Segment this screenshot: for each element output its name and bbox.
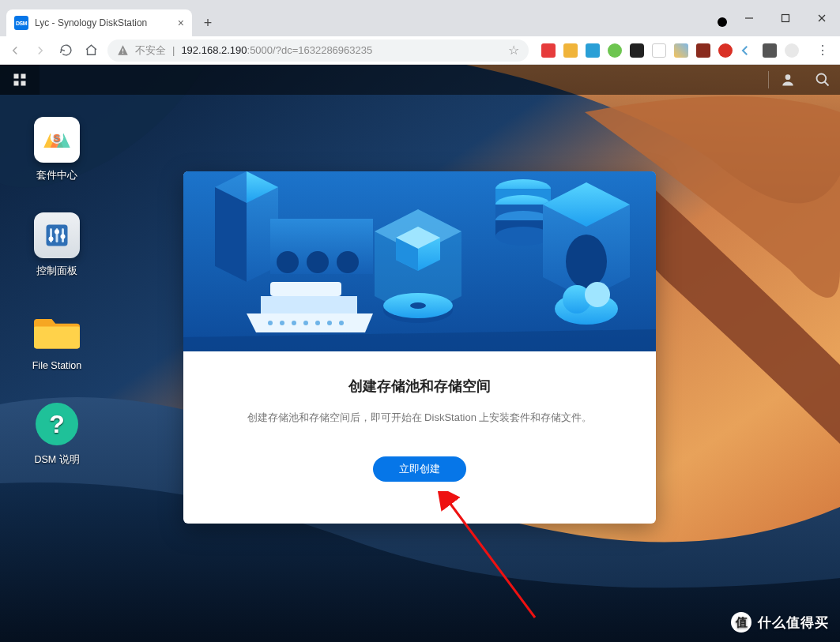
svg-point-41 [327,321,332,325]
tab-close-button[interactable]: × [178,17,184,29]
shortcut-label: 套件中心 [36,169,77,182]
svg-point-11 [785,74,791,80]
tab-title: Lyc - Synology DiskStation [35,17,171,28]
create-now-button[interactable]: 立即创建 [373,456,466,482]
window-controls [731,0,840,36]
extension-icon[interactable] [586,43,600,58]
svg-text:?: ? [49,410,65,438]
profile-avatar[interactable] [785,43,799,58]
extensions-menu-icon[interactable] [763,43,777,58]
window-minimize-button[interactable] [731,0,767,36]
svg-point-63 [585,282,610,307]
extension-icon[interactable] [541,43,556,58]
svg-point-40 [315,321,320,325]
svg-marker-33 [247,313,373,332]
svg-point-21 [55,230,59,235]
extension-icon[interactable] [630,43,644,58]
address-bar[interactable]: 不安全 | 192.168.2.190:5000/?dc=16322869632… [107,39,529,62]
extension-icons [537,43,804,58]
modal-title: 创建存储池和存储空间 [207,377,632,396]
svg-point-36 [268,321,273,325]
shortcut-file-station[interactable]: File Station [19,308,95,371]
security-label: 不安全 [135,43,166,58]
shortcut-dsm-help[interactable]: ? DSM 说明 [19,401,95,467]
extension-icon[interactable] [608,43,622,58]
nav-forward-button[interactable] [32,42,49,59]
dsm-main-menu-button[interactable] [0,65,40,95]
tab-favicon: DSM [14,16,28,30]
svg-point-50 [410,302,426,309]
create-storage-modal: 创建存储池和存储空间 创建存储池和存储空间后，即可开始在 DiskStation… [183,171,656,524]
shortcut-package-center[interactable]: S 套件中心 [19,117,95,182]
browser-tab-row: DSM Lyc - Synology DiskStation × + [0,0,840,36]
app-indicator-dot [718,17,727,27]
window-close-button[interactable] [804,0,840,36]
svg-point-57 [495,227,551,246]
nav-home-button[interactable] [82,42,100,59]
url-port: :5000 [247,44,273,56]
dsm-desktop: S 套件中心 控制面板 File Station ? DSM 说明 [0,65,840,642]
desktop-shortcuts: S 套件中心 控制面板 File Station ? DSM 说明 [19,117,95,467]
svg-rect-4 [122,49,123,52]
browser-menu-button[interactable]: ⋮ [812,43,834,58]
svg-marker-27 [215,187,247,282]
bookmark-star-icon[interactable]: ☆ [508,43,519,58]
svg-point-39 [303,321,308,325]
browser-tab[interactable]: DSM Lyc - Synology DiskStation × [6,9,192,36]
svg-line-13 [825,82,829,86]
browser-toolbar: 不安全 | 192.168.2.190:5000/?dc=16322869632… [0,36,840,65]
svg-point-32 [337,251,359,273]
svg-marker-34 [261,296,357,313]
extension-icon[interactable] [718,43,733,58]
shortcut-label: 控制面板 [36,265,77,278]
svg-point-37 [280,321,284,325]
extension-icon[interactable] [740,43,755,58]
svg-rect-7 [14,74,19,79]
url-separator: | [172,44,175,56]
svg-rect-35 [270,282,341,296]
extension-icon[interactable] [696,43,710,58]
modal-hero-illustration [183,171,656,351]
svg-text:S: S [54,132,61,144]
watermark-text: 什么值得买 [758,614,829,632]
nav-reload-button[interactable] [57,42,74,59]
svg-rect-8 [21,74,26,79]
svg-point-38 [292,321,296,325]
watermark-badge: 值 [731,612,751,633]
shortcut-label: File Station [32,360,82,371]
shortcut-control-panel[interactable]: 控制面板 [19,212,95,278]
svg-rect-10 [21,81,26,86]
svg-point-42 [339,321,344,325]
svg-point-30 [277,251,299,273]
svg-rect-5 [122,53,123,54]
svg-point-12 [817,74,827,84]
url-path: /?dc=1632286963235 [273,44,372,56]
svg-point-22 [61,235,66,239]
svg-point-31 [307,251,329,273]
nav-back-button[interactable] [6,42,24,59]
watermark: 值 什么值得买 [731,612,829,633]
svg-rect-1 [782,15,789,22]
extension-icon[interactable] [652,43,666,58]
insecure-icon [117,44,129,56]
extension-icon[interactable] [563,43,578,58]
extension-icon[interactable] [674,43,688,58]
svg-rect-9 [14,81,19,86]
svg-point-60 [566,235,607,288]
taskbar-separator [768,71,769,88]
shortcut-label: DSM 说明 [34,453,79,467]
url-host: 192.168.2.190 [181,44,247,56]
modal-description: 创建存储池和存储空间后，即可开始在 DiskStation 上安装套件和存储文件… [207,410,632,426]
svg-point-20 [49,237,54,242]
dsm-taskbar [0,65,840,95]
dsm-search-button[interactable] [805,65,840,95]
window-maximize-button[interactable] [767,0,804,36]
new-tab-button[interactable]: + [197,12,219,34]
dsm-user-button[interactable] [770,65,805,95]
